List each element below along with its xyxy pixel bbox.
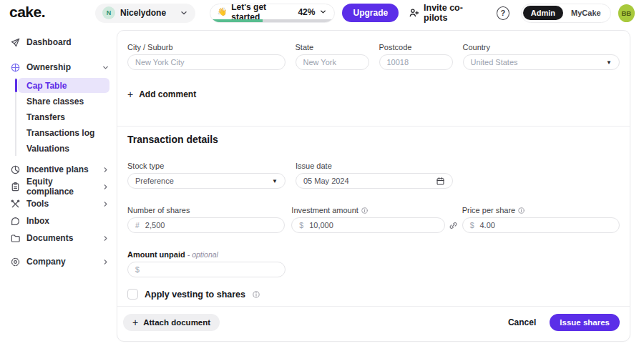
company-name: Nicelydone [120,8,174,18]
admin-mycake-toggle[interactable]: Admin MyCake [521,4,611,23]
upgrade-button[interactable]: Upgrade [342,4,399,22]
hash-prefix: # [135,221,140,229]
country-field-group: Country United States ▼ [463,43,620,70]
issue-date-inputbox [296,173,453,189]
state-inputbox [296,54,369,70]
calendar-icon[interactable] [436,177,445,186]
price-per-share-group: Price per share $ [462,206,620,233]
dollar-prefix: $ [135,265,140,274]
sidebar-item-documents[interactable]: Documents [10,230,109,246]
onboarding-progress[interactable]: 👋 Let's get started 42% [210,4,336,23]
sidebar-item-transactions-log[interactable]: Transactions log [18,125,109,140]
number-of-shares-inputbox: # [127,217,285,233]
sidebar-gap [10,246,109,254]
top-bar: cake. N Nicelydone 👋 Let's get started 4… [0,0,644,26]
state-label: State [296,43,369,51]
company-switcher[interactable]: N Nicelydone [95,4,195,23]
state-input[interactable] [303,58,361,66]
clipboard-icon [10,182,21,192]
chevron-right-icon [102,234,109,242]
sidebar-item-equity-compliance[interactable]: Equity compliance [10,179,109,194]
wave-emoji-icon: 👋 [218,7,228,16]
select-caret-icon: ▼ [606,59,612,66]
help-icon[interactable]: ? [497,6,509,20]
paper-plane-icon [10,37,21,48]
investment-amount-input[interactable] [309,221,437,229]
info-icon[interactable] [517,207,525,214]
chevron-down-icon [180,9,188,17]
price-per-share-label: Price per share [462,206,516,214]
sidebar-label-documents: Documents [26,233,96,243]
sidebar-label-tools: Tools [26,199,96,209]
stock-type-label: Stock type [127,162,286,170]
plus-icon: + [127,89,133,99]
person-plus-icon [409,7,419,19]
investment-amount-group: Investment amount $ [291,206,444,233]
sidebar-item-company[interactable]: Company [10,254,109,270]
sidebar-item-share-classes[interactable]: Share classes [18,94,109,109]
chevron-right-icon [102,200,109,208]
info-icon[interactable] [361,207,369,214]
cake-logo: cake. [9,4,45,21]
toggle-mycake[interactable]: MyCake [563,6,609,20]
section-divider [117,126,630,127]
add-comment-label: Add comment [139,89,196,99]
chevron-down-icon [319,8,327,16]
sidebar-item-dashboard[interactable]: Dashboard [10,34,109,50]
sidebar-label-ownership: Ownership [26,62,96,72]
issue-shares-card: City / Suburb State Postcode [117,30,630,342]
price-per-share-input[interactable] [479,221,612,229]
sidebar-item-ownership[interactable]: Ownership [10,59,109,75]
investment-amount-label: Investment amount [291,206,358,214]
optional-tag: - optional [187,250,218,259]
sidebar-item-tools[interactable]: Tools [10,196,109,212]
vesting-checkbox[interactable] [127,289,138,300]
invite-copilots-button[interactable]: Invite co-pilots [406,3,485,23]
sidebar-label-dashboard: Dashboard [26,37,109,47]
sidebar-item-inbox[interactable]: Inbox [10,213,109,229]
plus-icon: + [132,317,138,327]
link-icon [449,221,458,230]
sidebar-item-transfers[interactable]: Transfers [18,109,109,124]
apply-vesting-row[interactable]: Apply vesting to shares [127,289,260,300]
invite-copilots-label: Invite co-pilots [424,3,482,23]
sidebar-item-valuations[interactable]: Valuations [18,141,109,156]
stock-type-select[interactable]: Preference ▼ [127,173,286,189]
add-comment-button[interactable]: + Add comment [127,89,196,99]
user-avatar[interactable]: BB [618,4,635,22]
amount-unpaid-input[interactable] [145,265,278,274]
pie-chart-icon [10,164,21,175]
chevron-right-icon [102,166,109,174]
country-value: United States [471,58,518,66]
address-row: City / Suburb State Postcode [127,43,620,70]
postcode-input[interactable] [387,58,445,66]
chat-bubble-icon [10,216,21,227]
city-input[interactable] [135,58,278,66]
sidebar-label-inbox: Inbox [26,216,109,226]
chevron-right-icon [102,258,109,266]
sidebar-item-cap-table[interactable]: Cap Table [18,78,109,93]
progress-fill [210,19,263,22]
folder-icon [10,233,21,244]
issue-date-input[interactable] [303,177,430,185]
vesting-label: Apply vesting to shares [145,290,245,300]
toggle-admin[interactable]: Admin [523,6,563,20]
cancel-button[interactable]: Cancel [501,317,543,327]
issue-shares-button[interactable]: Issue shares [550,314,620,331]
city-label: City / Suburb [127,43,286,51]
country-select[interactable]: United States ▼ [463,54,620,70]
price-per-share-inputbox: $ [462,217,620,233]
number-of-shares-group: Number of shares # [127,206,285,233]
progress-percent: 42% [298,7,315,17]
ownership-subnav: Cap Table Share classes Transfers Transa… [15,78,109,156]
city-inputbox [127,54,286,70]
sidebar-item-incentive-plans[interactable]: Incentive plans [10,162,109,177]
dollar-prefix: $ [299,221,303,229]
info-icon[interactable] [252,290,260,299]
dollar-prefix: $ [470,221,474,229]
main-area: City / Suburb State Postcode [117,26,644,346]
app-root: cake. N Nicelydone 👋 Let's get started 4… [0,0,644,346]
attach-document-button[interactable]: + Attach document [123,314,220,331]
number-of-shares-input[interactable] [145,221,278,229]
postcode-field-group: Postcode [379,43,453,70]
